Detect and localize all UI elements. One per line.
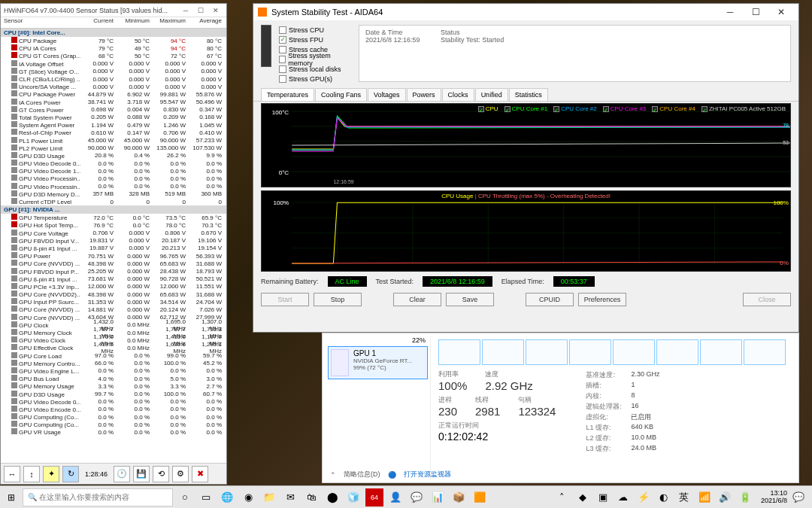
- sensor-row[interactable]: GPU Video Processin...0.0 %0.0 %0.0 %0.0…: [1, 183, 226, 190]
- checkbox-icon[interactable]: [504, 106, 511, 112]
- stress-option[interactable]: Stress CPU: [279, 25, 351, 35]
- battery-icon[interactable]: 🔋: [736, 488, 754, 506]
- sensor-row[interactable]: GPU D3D Memory D...357 MB328 MB519 MB360…: [1, 190, 226, 198]
- outlook-icon[interactable]: ✉: [281, 488, 299, 506]
- notifications-icon[interactable]: 💬: [789, 488, 807, 506]
- col-sensor[interactable]: Sensor: [1, 17, 80, 28]
- sensor-row[interactable]: GPU Power70.751 W0.000 W96.765 W56.393 W: [1, 252, 226, 260]
- close-button[interactable]: ✕: [768, 4, 794, 20]
- taskbar-clock[interactable]: 13:10 2021/6/8: [761, 490, 787, 505]
- sensor-row[interactable]: GT Cores Power0.698 W0.004 W0.830 W0.347…: [1, 106, 226, 114]
- checkbox-icon[interactable]: [279, 56, 286, 63]
- sensor-row[interactable]: GPU Memory Usage3.3 %0.0 %3.3 %2.7 %: [1, 382, 226, 390]
- sensor-row[interactable]: GPU Input PP Sourc...31.353 W0.000 W34.5…: [1, 298, 226, 306]
- sensor-row[interactable]: IA Voltage Offset0.000 V0.000 V0.000 V0.…: [1, 60, 226, 68]
- sensor-row[interactable]: GPU Video Decode 0...0.0 %0.0 %0.0 %0.0 …: [1, 398, 226, 406]
- sensor-row[interactable]: Current cTDP Level0000: [1, 198, 226, 205]
- close-button[interactable]: ✕: [208, 5, 223, 16]
- start-button[interactable]: Start: [261, 293, 309, 306]
- expand-button[interactable]: ↔: [4, 466, 20, 482]
- save-button[interactable]: Save: [446, 293, 494, 306]
- wechat-icon[interactable]: 💬: [408, 488, 426, 506]
- sensor-row[interactable]: GPU Effective Clock1,419.5 MHz0.0 MHz1,6…: [1, 344, 226, 351]
- legend-item[interactable]: CPU Core #4: [652, 105, 695, 112]
- col-current[interactable]: Current: [80, 17, 117, 28]
- app4-icon[interactable]: 🟧: [471, 488, 489, 506]
- sensor-row[interactable]: GPU Video Decode 0...0.0 %0.0 %0.0 %0.0 …: [1, 160, 226, 167]
- sensor-row[interactable]: GPU Video Encode 0...0.0 %0.0 %0.0 %0.0 …: [1, 406, 226, 413]
- start-button[interactable]: ⊞: [0, 486, 23, 509]
- aida-tab[interactable]: Temperatures: [261, 88, 314, 101]
- sensor-row[interactable]: GT (Slice) Voltage O...0.000 V0.000 V0.0…: [1, 68, 226, 75]
- checkbox-icon[interactable]: [279, 75, 286, 83]
- legend-item[interactable]: CPU Core #2: [553, 105, 597, 112]
- sensor-row[interactable]: GPU Temperature72.0 °C0.0 °C73.5 °C65.9 …: [1, 214, 226, 221]
- sensor-row[interactable]: CPU Package Power44.879 W6.902 W99.881 W…: [1, 90, 226, 98]
- taskview-icon[interactable]: ▭: [197, 488, 215, 506]
- config-button[interactable]: ✦: [43, 466, 59, 482]
- stress-option[interactable]: Stress system memory: [279, 54, 351, 64]
- chrome-icon[interactable]: ◉: [239, 488, 257, 506]
- sensor-row[interactable]: GPU Hot Spot Temp...76.9 °C0.0 °C78.0 °C…: [1, 221, 226, 229]
- edge-icon[interactable]: 🌐: [218, 488, 236, 506]
- minimize-button[interactable]: ─: [178, 5, 193, 16]
- sensor-row[interactable]: GPU FBVDD Input V...19.831 V0.000 V20.18…: [1, 237, 226, 245]
- checkbox-icon[interactable]: [279, 65, 286, 73]
- col-max[interactable]: Maximum: [153, 17, 189, 28]
- tray-up-icon[interactable]: ˄: [553, 488, 571, 506]
- sensor-row[interactable]: GPU FBVDD Input P...25.205 W0.000 W28.43…: [1, 267, 226, 275]
- checkbox-icon[interactable]: [553, 106, 559, 112]
- sensor-row[interactable]: CLR (CBo/LLC/Ring) ...0.000 V0.000 V0.00…: [1, 75, 226, 83]
- tray3-icon[interactable]: ☁: [614, 488, 632, 506]
- cortana-icon[interactable]: ○: [176, 488, 194, 506]
- clock-icon[interactable]: 🕐: [114, 466, 130, 482]
- app3-icon[interactable]: 📦: [450, 488, 468, 506]
- sensor-row[interactable]: GPU Computing (Co...0.0 %0.0 %0.0 %0.0 %: [1, 413, 226, 421]
- aida-tab[interactable]: Voltages: [368, 88, 406, 101]
- sensor-row[interactable]: GPU D3D Usage99.7 %0.0 %100.0 %60.7 %: [1, 390, 226, 397]
- hwinfo-close-button[interactable]: ✖: [192, 466, 208, 482]
- gpu-tile[interactable]: GPU 1 NVIDIA GeForce RT... 99% (72 °C): [328, 346, 428, 379]
- sensor-row[interactable]: CPU GT Cores (Grap...68 °C50 °C72 °C67 °…: [1, 52, 226, 59]
- sensor-row[interactable]: System Agent Power1.194 W0.479 W1.246 W1…: [1, 121, 226, 129]
- aida-tab[interactable]: Statistics: [509, 88, 548, 101]
- tray1-icon[interactable]: ◆: [574, 488, 592, 506]
- sensor-row[interactable]: GPU Video Decode 1...0.0 %0.0 %0.0 %0.0 …: [1, 167, 226, 175]
- sensor-row[interactable]: GPU Bus Load4.0 %0.0 %5.0 %3.0 %: [1, 375, 226, 382]
- col-min[interactable]: Minimum: [117, 17, 153, 28]
- sensor-row[interactable]: GPU 8-pin #1 Input ...19.887 V0.000 V20.…: [1, 245, 226, 252]
- settings-button[interactable]: ⚙: [172, 466, 189, 482]
- ime-icon[interactable]: 英: [675, 488, 693, 506]
- cpuid-button[interactable]: CPUID: [526, 293, 574, 306]
- explorer-icon[interactable]: 📁: [260, 488, 278, 506]
- taskmgr-icon[interactable]: 📊: [429, 488, 447, 506]
- col-avg[interactable]: Average: [189, 17, 225, 28]
- hwinfo-titlebar[interactable]: HWiNFO64 v7.00-4400 Sensor Status [93 va…: [1, 4, 226, 17]
- sensor-row[interactable]: GPU Video Processin...0.0 %0.0 %0.0 %0.0…: [1, 175, 226, 182]
- aida-tab[interactable]: Unified: [475, 88, 508, 101]
- tray5-icon[interactable]: ◐: [655, 488, 673, 506]
- store-icon[interactable]: 🛍: [302, 488, 320, 506]
- stress-option[interactable]: Stress GPU(s): [279, 74, 351, 84]
- close-button[interactable]: Close: [743, 293, 791, 306]
- app2-icon[interactable]: 👤: [386, 488, 404, 506]
- legend-item[interactable]: ZHITAI PC005 Active 512GB: [701, 105, 786, 112]
- sensor-group[interactable]: GPU [#1]: NVIDIA ...: [1, 205, 226, 214]
- sensor-row[interactable]: GPU VR Usage0.0 %0.0 %0.0 %0.0 %: [1, 428, 226, 436]
- sensor-row[interactable]: Rest-of-Chip Power0.610 W0.147 W0.706 W0…: [1, 129, 226, 136]
- sensor-row[interactable]: GPU Core (NVVDD) ...14.881 W0.000 W20.12…: [1, 306, 226, 313]
- stress-option[interactable]: Stress FPU: [279, 35, 351, 44]
- sensor-row[interactable]: GPU Video Engine L...0.0 %0.0 %0.0 %0.0 …: [1, 367, 226, 375]
- save-button[interactable]: 💾: [133, 466, 150, 482]
- sensor-row[interactable]: PL2 Power Limit90.000 W90.000 W135.000 W…: [1, 144, 226, 152]
- legend-item[interactable]: CPU: [478, 105, 498, 112]
- checkbox-icon[interactable]: [279, 36, 286, 44]
- aida-taskbar-icon[interactable]: 64: [365, 488, 383, 506]
- aida-titlebar[interactable]: System Stability Test - AIDA64 ─ ☐ ✕: [253, 4, 798, 20]
- checkbox-icon[interactable]: [652, 106, 658, 112]
- preferences-button[interactable]: Preferences: [578, 293, 626, 306]
- checkbox-icon[interactable]: [701, 106, 707, 112]
- sensor-row[interactable]: GPU D3D Usage20.8 %0.4 %26.2 %9.9 %: [1, 152, 226, 160]
- sensor-row[interactable]: GPU Core (NVVDD2)...48.398 W0.000 W65.68…: [1, 291, 226, 298]
- sensor-row[interactable]: PL1 Power Limit45.000 W45.000 W90.000 W5…: [1, 136, 226, 144]
